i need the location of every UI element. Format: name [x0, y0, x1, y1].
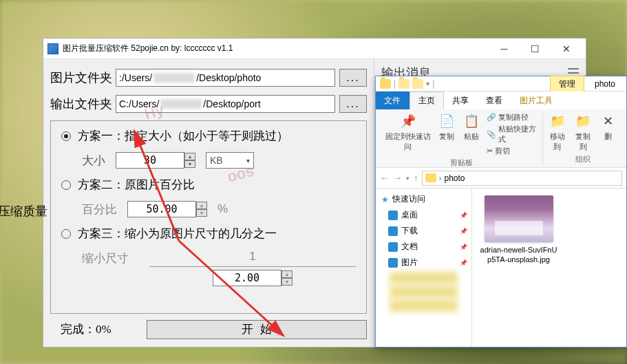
pictures-icon [388, 258, 398, 268]
share-tab[interactable]: 共享 [444, 92, 478, 109]
quality-groupbox: 方案一：指定大小（如小于等于则跳过） 大小 ▲▼ KB 方案二：原图片百分比 [50, 120, 367, 314]
percent-spinner[interactable]: ▲▼ [127, 201, 207, 217]
ribbon-tabs: 文件 主页 共享 查看 图片工具 [376, 92, 626, 109]
file-tab[interactable]: 文件 [376, 92, 410, 109]
copy-path-button[interactable]: 🔗复制路径 [487, 112, 538, 122]
file-thumbnail[interactable]: adrian-newell-SuvIFnUp5TA-unsplash.jpg [479, 195, 558, 265]
paste-shortcut-button[interactable]: 📎粘贴快捷方式 [487, 124, 538, 144]
home-tab[interactable]: 主页 [410, 92, 444, 109]
size-up-button[interactable]: ▲ [184, 153, 195, 160]
ribbon: 📌 固定到快速访问 📄 复制 📋 粘贴 🔗复制路径 📎粘贴快捷方式 ✂剪切 剪 [376, 109, 626, 168]
percent-down-button[interactable]: ▼ [196, 209, 207, 217]
fraction-spinner[interactable]: ▲▼ [213, 270, 293, 286]
fraction-numerator: 1 [249, 250, 255, 263]
shrink-sublabel: 缩小尺寸 [82, 250, 129, 266]
settings-panel: 图片文件夹 :/Users//Desktop/photo ... 输出文件夹 C… [43, 59, 374, 347]
source-folder-input[interactable]: :/Users//Desktop/photo [116, 69, 335, 87]
file-explorer-window: | ▾ | 管理 photo 文件 主页 共享 查看 图片工具 📌 固定到快速访… [375, 76, 627, 347]
browse-output-button[interactable]: ... [339, 95, 367, 113]
shortcut-icon: 📎 [487, 130, 496, 139]
organize-group-label: 组织 [575, 154, 591, 164]
blurred-item [390, 272, 458, 284]
sidebar-item-pictures[interactable]: 图片 📌 [376, 255, 471, 270]
address-input[interactable]: › photo [422, 171, 623, 186]
quality-groupbox-label: 压缩质量 [0, 203, 47, 220]
move-to-button[interactable]: 📁 移动到 [547, 112, 567, 152]
copy-to-button[interactable]: 📁 复制到 [573, 112, 593, 152]
fraction-down-button[interactable]: ▼ [281, 278, 293, 286]
address-text: photo [445, 173, 465, 183]
pin-icon: 📌 [460, 259, 467, 266]
pin-icon: 📌 [460, 212, 467, 219]
delete-button[interactable]: ✕ 删 [599, 112, 618, 142]
plan3-label: 方案三：缩小为原图片尺寸的几分之一 [78, 226, 277, 242]
copy-icon: 📄 [437, 112, 456, 130]
size-value[interactable] [116, 152, 184, 169]
plan2-label: 方案二：原图片百分比 [78, 177, 195, 193]
copy-button[interactable]: 📄 复制 [437, 112, 456, 142]
file-list[interactable]: adrian-newell-SuvIFnUp5TA-unsplash.jpg [472, 189, 626, 347]
percent-sublabel: 百分比 [82, 202, 117, 217]
sidebar-item-documents[interactable]: 文档 📌 [376, 239, 471, 255]
desktop-icon [388, 211, 398, 220]
fraction-denominator[interactable] [213, 270, 281, 286]
folder-icon [425, 173, 436, 182]
app-titlebar: 图片批量压缩软件 52pojie.cn by: lccccccc v1.1 ─ … [43, 39, 586, 59]
output-folder-label: 输出文件夹 [50, 96, 116, 112]
plan3-radio[interactable] [61, 229, 71, 239]
size-spinner[interactable]: ▲▼ [116, 152, 195, 169]
back-button[interactable]: ← [380, 173, 389, 183]
close-button[interactable]: ✕ [551, 39, 582, 58]
quick-access-toolbar: | ▾ | 管理 photo [376, 76, 626, 92]
minimize-button[interactable]: ─ [489, 39, 520, 58]
copy-to-icon: 📁 [573, 112, 593, 130]
move-icon: 📁 [548, 112, 567, 130]
manage-tab[interactable]: 管理 [550, 76, 584, 92]
size-down-button[interactable]: ▼ [184, 160, 195, 168]
quick-access-header[interactable]: ★ 快速访问 [376, 191, 471, 207]
size-unit-select[interactable]: KB [206, 152, 254, 169]
pin-icon: 📌 [460, 228, 467, 235]
sidebar-item-downloads[interactable]: 下载 📌 [376, 223, 471, 239]
browse-source-button[interactable]: ... [339, 69, 367, 87]
source-folder-label: 图片文件夹 [50, 69, 116, 86]
clipboard-group-label: 剪贴板 [450, 158, 473, 168]
up-button[interactable]: ↑ [414, 173, 418, 183]
plan2-radio[interactable] [61, 180, 71, 190]
chevron-down-icon[interactable]: ▾ [426, 80, 429, 87]
folder-icon [412, 79, 423, 89]
scissors-icon: ✂ [487, 147, 493, 156]
fraction-up-button[interactable]: ▲ [281, 270, 293, 278]
file-name: adrian-newell-SuvIFnUp5TA-unsplash.jpg [479, 245, 558, 265]
plan1-radio[interactable] [61, 131, 71, 141]
paste-icon: 📋 [462, 112, 481, 130]
cut-button[interactable]: ✂剪切 [487, 146, 538, 156]
pin-icon: 📌 [460, 244, 467, 250]
app-title: 图片批量压缩软件 52pojie.cn by: lccccccc v1.1 [63, 43, 489, 54]
link-icon: 🔗 [487, 113, 496, 122]
output-folder-input[interactable]: C:/Users//Desktop/port [116, 95, 335, 113]
picture-tools-tab[interactable]: 图片工具 [511, 92, 562, 109]
sidebar-item-desktop[interactable]: 桌面 📌 [376, 207, 471, 223]
window-folder-name: photo [595, 79, 615, 89]
percent-up-button[interactable]: ▲ [196, 202, 207, 209]
pin-quick-button[interactable]: 📌 固定到快速访问 [384, 112, 432, 152]
blurred-item [390, 299, 458, 312]
forward-button[interactable]: → [393, 173, 402, 183]
percent-value[interactable] [127, 201, 196, 217]
star-icon: ★ [381, 195, 389, 204]
history-dropdown-icon[interactable]: ▾ [406, 175, 410, 182]
address-bar: ← → ▾ ↑ › photo [376, 168, 626, 189]
navigation-pane: ★ 快速访问 桌面 📌 下载 📌 文档 📌 图片 📌 [376, 189, 472, 347]
view-tab[interactable]: 查看 [478, 92, 511, 109]
maximize-button[interactable]: ☐ [520, 39, 551, 58]
folder-icon [380, 79, 391, 89]
paste-button[interactable]: 📋 粘贴 [462, 112, 481, 142]
folder-icon [398, 79, 410, 89]
blurred-item [390, 286, 458, 298]
size-sublabel: 大小 [82, 153, 105, 169]
percent-unit: % [217, 202, 228, 216]
image-preview [485, 195, 553, 242]
start-button[interactable]: 开始 [147, 320, 367, 339]
app-icon [47, 43, 59, 54]
